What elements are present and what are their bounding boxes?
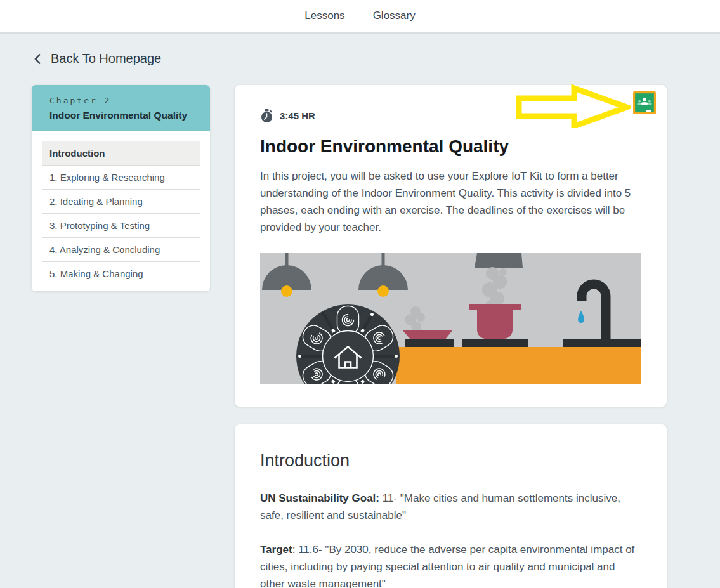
sidebar-item-introduction[interactable]: Introduction — [42, 141, 200, 166]
kitchen-counter — [396, 347, 641, 384]
sidebar-item-prototyping-testing[interactable]: 3. Prototyping & Testing — [42, 214, 200, 238]
kitchen-illustration — [260, 253, 641, 384]
sink-base — [563, 339, 641, 347]
target-paragraph: Target: 11.6- "By 2030, reduce the adver… — [260, 541, 641, 588]
nav-link-glossary[interactable]: Glossary — [373, 10, 416, 22]
google-classroom-icon — [633, 91, 656, 114]
back-to-homepage-link[interactable]: Back To Homepage — [34, 51, 161, 66]
lesson-nav: Introduction 1. Exploring & Researching … — [32, 131, 210, 291]
sidebar-item-ideating-planning[interactable]: 2. Ideating & Planning — [42, 190, 200, 214]
page-layout: Chapter 2 Indoor Environmental Quality I… — [0, 67, 720, 588]
sidebar-item-analyzing-concluding[interactable]: 4. Analyzing & Concluding — [42, 238, 200, 262]
chapter-sidebar: Chapter 2 Indoor Environmental Quality I… — [32, 85, 210, 291]
stove-burner-2 — [462, 339, 528, 347]
introduction-heading: Introduction — [260, 451, 641, 471]
google-classroom-share-button[interactable] — [633, 91, 656, 114]
annotation-arrow — [511, 84, 631, 128]
chapter-title: Indoor Environmental Quality — [49, 110, 192, 121]
un-goal-label: UN Sustainability Goal: — [260, 492, 379, 504]
target-label: Target — [260, 544, 292, 556]
stove-burner-1 — [405, 339, 454, 347]
extractor-hood — [475, 253, 523, 268]
target-text: : 11.6- "By 2030, reduce the adverse per… — [260, 544, 634, 588]
introduction-card: Introduction UN Sustainability Goal: 11-… — [235, 424, 667, 588]
lesson-overview-card: 3:45 HR — [235, 85, 667, 407]
main-content: 3:45 HR — [235, 85, 667, 588]
sidebar-item-exploring-researching[interactable]: 1. Exploring & Researching — [42, 166, 200, 190]
sidebar-item-making-changing[interactable]: 5. Making & Changing — [42, 262, 200, 285]
chapter-number: Chapter 2 — [49, 96, 192, 105]
lesson-duration: 3:45 HR — [280, 110, 315, 121]
frying-pan — [403, 330, 452, 339]
un-goal-paragraph: UN Sustainability Goal: 11- "Make cities… — [260, 490, 641, 524]
lesson-title: Indoor Environmental Quality — [260, 136, 641, 157]
chevron-left-icon — [34, 53, 41, 65]
lesson-description: In this project, you will be asked to us… — [260, 167, 641, 236]
chapter-header: Chapter 2 Indoor Environmental Quality — [32, 85, 210, 131]
stopwatch-icon — [260, 109, 273, 123]
top-navigation: Lessons Glossary — [0, 0, 720, 34]
back-link-label: Back To Homepage — [51, 51, 161, 66]
nav-link-lessons[interactable]: Lessons — [304, 10, 344, 22]
